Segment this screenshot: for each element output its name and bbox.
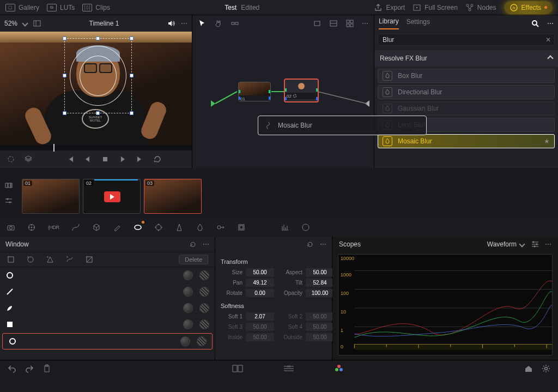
window-mask-toggle[interactable] <box>183 270 193 280</box>
transform-reset-icon[interactable] <box>306 240 314 249</box>
drop-icon[interactable] <box>196 223 204 232</box>
node-02[interactable]: 02 <box>284 79 319 102</box>
play-icon[interactable] <box>118 155 127 164</box>
library-more-icon[interactable]: ⋯ <box>547 20 554 27</box>
home-icon[interactable] <box>524 364 533 373</box>
zoom-level[interactable]: 52% <box>4 20 17 27</box>
soft1-value[interactable]: 2.07 <box>246 312 274 321</box>
step-back-icon[interactable] <box>83 155 92 164</box>
undo-icon[interactable] <box>8 364 16 373</box>
zoom-chevron-icon[interactable] <box>22 20 28 26</box>
clipboard-icon[interactable] <box>43 364 51 373</box>
node01-out-key[interactable] <box>269 97 271 100</box>
size-value[interactable]: 50.00 <box>246 268 274 276</box>
effect-item-directional-blur[interactable]: Directional Blur <box>378 85 555 99</box>
window-row-1[interactable] <box>0 284 215 300</box>
view-layout-icon[interactable] <box>33 19 41 28</box>
gallery-menu[interactable]: ▢ Gallery <box>5 4 39 11</box>
node01-in-key[interactable] <box>238 97 240 100</box>
clips-menu[interactable]: │▯│ Clips <box>82 4 110 11</box>
window-invert-toggle[interactable] <box>199 270 209 280</box>
clip-03[interactable]: 03 <box>144 179 202 214</box>
window-palette-icon[interactable] <box>134 223 142 232</box>
settings-tab[interactable]: Settings <box>407 18 430 29</box>
add-poly-icon[interactable]: + <box>46 255 54 264</box>
clip-02[interactable]: 02fx <box>83 179 141 214</box>
page-media-icon[interactable] <box>232 364 244 373</box>
add-circle-icon[interactable]: + <box>26 255 35 264</box>
add-rect-icon[interactable]: + <box>7 255 15 264</box>
pan-value[interactable]: 49.12 <box>246 279 274 287</box>
window-invert-toggle[interactable] <box>197 336 207 346</box>
layers-icon[interactable] <box>24 155 33 164</box>
audio-icon[interactable] <box>167 19 175 28</box>
scopes-mode[interactable]: Waveform <box>487 240 517 248</box>
window-row-3[interactable] <box>0 316 215 333</box>
window-row-2[interactable] <box>0 300 215 316</box>
scopes-more-icon[interactable]: ⋯ <box>545 240 551 248</box>
warper-icon[interactable] <box>92 223 101 232</box>
fullscreen-menu[interactable]: Full Screen <box>413 3 458 12</box>
window-mask-toggle[interactable] <box>183 287 193 297</box>
scopes-settings-icon[interactable] <box>531 240 539 249</box>
sizing-icon[interactable] <box>237 223 246 232</box>
node-01[interactable]: 01 <box>238 82 271 101</box>
scopes-icon[interactable] <box>281 223 289 232</box>
redo-icon[interactable] <box>25 364 34 373</box>
loop-playback-icon[interactable] <box>153 155 162 164</box>
tilt-value[interactable]: 52.84 <box>306 279 334 287</box>
loop-icon[interactable] <box>7 155 15 164</box>
page-color-icon[interactable] <box>334 364 344 373</box>
effect-item-box-blur[interactable]: Box Blur <box>378 69 555 83</box>
window-invert-toggle[interactable] <box>199 319 209 329</box>
search-clear-icon[interactable]: ✕ <box>545 36 551 44</box>
window-row-0[interactable] <box>0 267 215 284</box>
viewer-more-icon[interactable]: ⋯ <box>181 20 187 27</box>
effect-item-mosaic-blur[interactable]: Mosaic Blur★ <box>378 134 555 148</box>
add-curve-icon[interactable]: + <box>65 255 74 264</box>
delete-window-button[interactable]: Delete <box>179 255 208 264</box>
video-viewport[interactable]: SUNSET MOTEL <box>0 32 192 145</box>
node01-in-video[interactable] <box>238 90 240 93</box>
rotate-value[interactable]: 0.00 <box>246 289 274 297</box>
window-mask-toggle[interactable] <box>183 319 193 329</box>
nodes-menu[interactable]: Nodes <box>465 3 496 12</box>
window-invert-toggle[interactable] <box>199 287 209 297</box>
window-mask-toggle[interactable] <box>180 336 190 346</box>
add-gradient-icon[interactable]: + <box>85 255 94 264</box>
window-invert-toggle[interactable] <box>199 303 209 313</box>
effects-menu[interactable]: fx Effects <box>504 1 553 14</box>
first-frame-icon[interactable] <box>66 155 75 164</box>
curves-icon[interactable] <box>71 223 80 232</box>
wheels-icon[interactable] <box>27 223 36 232</box>
library-search-input[interactable] <box>381 35 545 44</box>
playhead[interactable] <box>53 144 54 152</box>
luts-menu[interactable]: ⧉ LUTs <box>47 4 75 11</box>
category-collapse-icon[interactable] <box>547 55 553 61</box>
opacity-value[interactable]: 100.00 <box>306 289 334 297</box>
clip-01[interactable]: 01 <box>22 179 80 214</box>
library-search-box[interactable]: ✕ <box>378 34 555 46</box>
power-window-inner[interactable] <box>80 56 117 96</box>
window-reset-icon[interactable] <box>189 240 197 249</box>
strip-settings-icon[interactable] <box>4 196 13 205</box>
viewer-scrubber[interactable] <box>0 145 192 150</box>
qualifier-icon[interactable] <box>113 223 122 232</box>
node01-out-video[interactable] <box>269 90 271 93</box>
settings-gear-icon[interactable] <box>542 364 550 373</box>
transform-more-icon[interactable]: ⋯ <box>320 240 326 248</box>
step-forward-icon[interactable] <box>136 155 144 164</box>
export-menu[interactable]: Export <box>374 3 405 12</box>
library-tab[interactable]: Library <box>379 17 399 29</box>
strip-view-icon[interactable] <box>4 181 13 190</box>
window-row-4[interactable] <box>2 333 213 349</box>
stop-icon[interactable] <box>101 155 110 164</box>
tracker-icon[interactable] <box>154 223 163 232</box>
key-icon[interactable] <box>216 223 225 232</box>
info-icon[interactable] <box>301 223 310 232</box>
scopes-mode-chevron-icon[interactable] <box>519 241 525 247</box>
library-search-icon[interactable] <box>531 19 539 28</box>
window-more-icon[interactable]: ⋯ <box>203 240 209 248</box>
blur-icon[interactable] <box>175 223 184 232</box>
effect-category-header[interactable]: Resolve FX Blur <box>374 50 558 67</box>
